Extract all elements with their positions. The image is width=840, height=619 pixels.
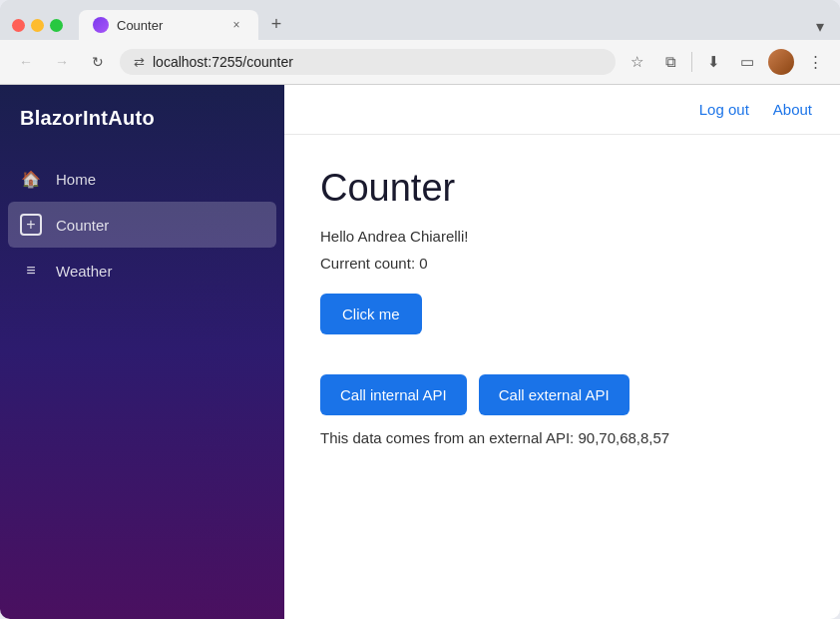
window-maximize[interactable] — [50, 19, 63, 32]
extensions-icon[interactable]: ⧉ — [657, 49, 683, 75]
sidebar-item-home[interactable]: 🏠 Home — [0, 156, 284, 202]
page-content: Counter Hello Andrea Chiarelli! Current … — [284, 135, 840, 478]
active-tab[interactable]: Counter × — [79, 10, 258, 40]
sidebar-item-home-label: Home — [56, 171, 96, 188]
counter-display: Current count: 0 — [320, 255, 804, 272]
address-actions: ☆ ⧉ ⬇ ▭ ⋮ — [624, 49, 828, 75]
main-content: Log out About Counter Hello Andrea Chiar… — [284, 85, 840, 619]
sidebar-item-counter-label: Counter — [56, 217, 109, 234]
window-minimize[interactable] — [31, 19, 44, 32]
counter-value: 0 — [419, 255, 427, 272]
sidebar: BlazorIntAuto 🏠 Home + Counter ≡ Weather — [0, 85, 284, 619]
app-container: BlazorIntAuto 🏠 Home + Counter ≡ Weather — [0, 85, 840, 619]
api-buttons: Call internal API Call external API — [320, 374, 804, 415]
tab-close-button[interactable]: × — [228, 17, 244, 33]
toolbar-divider — [691, 52, 692, 72]
reload-button[interactable]: ↻ — [84, 48, 112, 76]
sidebar-item-weather[interactable]: ≡ Weather — [0, 248, 284, 294]
download-icon[interactable]: ⬇ — [700, 49, 726, 75]
tab-title: Counter — [117, 18, 220, 33]
sidebar-item-weather-label: Weather — [56, 263, 112, 280]
profile-avatar[interactable] — [768, 49, 794, 75]
sidebar-item-counter[interactable]: + Counter — [8, 202, 276, 248]
window-close[interactable] — [12, 19, 25, 32]
about-link[interactable]: About — [773, 101, 812, 118]
address-input[interactable]: ⇄ localhost:7255/counter — [120, 49, 616, 75]
menu-icon[interactable]: ⋮ — [802, 49, 828, 75]
bookmark-icon[interactable]: ☆ — [624, 49, 649, 75]
call-internal-api-button[interactable]: Call internal API — [320, 374, 467, 415]
api-result-text: This data comes from an external API: 90… — [320, 429, 804, 446]
logout-link[interactable]: Log out — [699, 101, 749, 118]
new-tab-button[interactable]: + — [262, 10, 290, 38]
address-bar-row: ← → ↻ ⇄ localhost:7255/counter ☆ ⧉ ⬇ ▭ ⋮ — [0, 40, 840, 85]
call-external-api-button[interactable]: Call external API — [479, 374, 630, 415]
top-nav: Log out About — [284, 85, 840, 135]
tab-favicon — [93, 17, 109, 33]
page-heading: Counter — [320, 167, 804, 210]
forward-button[interactable]: → — [48, 48, 76, 76]
counter-label: Current count: — [320, 255, 415, 272]
click-me-button[interactable]: Click me — [320, 294, 422, 334]
url-display: localhost:7255/counter — [153, 54, 293, 70]
greeting-text: Hello Andrea Chiarelli! — [320, 228, 804, 245]
back-button[interactable]: ← — [12, 48, 40, 76]
tab-dropdown-button[interactable]: ▾ — [812, 13, 828, 40]
sidebar-toggle-icon[interactable]: ▭ — [734, 49, 760, 75]
sidebar-brand: BlazorIntAuto — [0, 85, 284, 148]
brand-text: BlazorIntAuto — [20, 107, 155, 129]
security-icon: ⇄ — [134, 55, 145, 70]
home-icon: 🏠 — [20, 168, 42, 190]
weather-icon: ≡ — [20, 260, 42, 282]
plus-icon: + — [20, 214, 42, 236]
sidebar-nav: 🏠 Home + Counter ≡ Weather — [0, 148, 284, 302]
